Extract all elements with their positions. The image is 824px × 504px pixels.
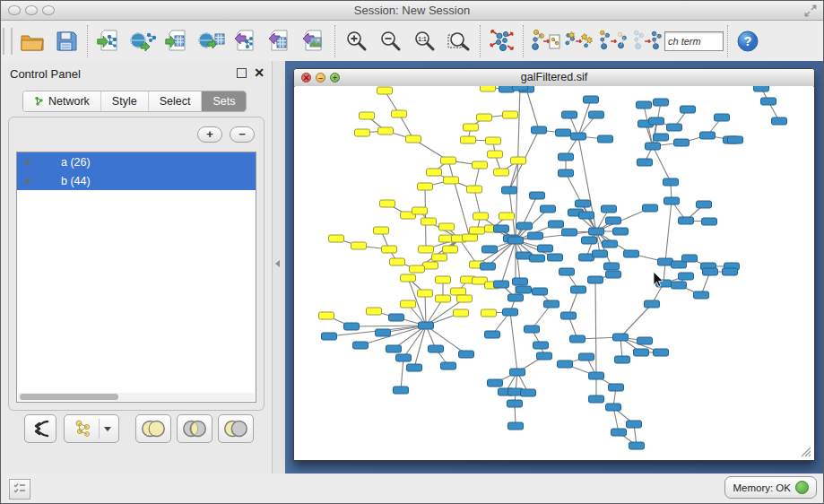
graph-node[interactable] [715,114,730,121]
graph-node[interactable] [516,286,532,293]
graph-node[interactable] [418,290,433,297]
window-titlebar[interactable]: Session: New Session [1,1,823,21]
graph-node[interactable] [473,161,488,169]
graph-node[interactable] [481,309,497,317]
graph-node[interactable] [624,250,639,257]
graph-node[interactable] [638,159,653,166]
close-panel-button[interactable]: ✕ [254,65,265,80]
import-network-web-button[interactable] [126,24,160,58]
graph-node[interactable] [589,372,604,379]
graph-node[interactable] [503,111,518,118]
network-canvas[interactable] [295,86,813,459]
tab-style[interactable]: Style [101,91,149,111]
intersect-sets-button[interactable] [177,414,213,443]
graph-node[interactable] [530,255,545,262]
graph-node[interactable] [654,99,669,106]
graph-node[interactable] [394,387,409,394]
set-row-a[interactable]: a (26) [17,152,256,171]
graph-node[interactable] [664,197,680,204]
tab-select[interactable]: Select [149,91,203,111]
memory-status-button[interactable]: Memory: OK [724,476,817,499]
graph-node[interactable] [637,101,652,109]
graph-node[interactable] [541,205,556,213]
network-graph[interactable] [295,86,813,459]
graph-node[interactable] [674,139,690,146]
graph-node[interactable] [319,312,334,319]
graph-node[interactable] [481,263,496,270]
graph-node[interactable] [494,225,509,232]
graph-node[interactable] [679,273,694,280]
graph-node[interactable] [609,384,624,391]
graph-node[interactable] [658,258,673,265]
graph-node[interactable] [584,96,599,103]
graph-node[interactable] [459,351,474,358]
graph-node[interactable] [559,153,574,161]
graph-node[interactable] [558,361,573,368]
graph-node[interactable] [494,281,509,288]
graph-node[interactable] [485,331,500,338]
graph-node[interactable] [511,157,526,164]
graph-node[interactable] [380,200,395,207]
graph-node[interactable] [521,389,536,396]
graph-node[interactable] [390,258,405,265]
toolbar-drag-handle[interactable] [3,28,13,55]
scrollbar-thumb[interactable] [20,394,118,400]
new-network-from-selection-button[interactable] [528,24,562,58]
graph-node[interactable] [508,294,524,301]
graph-node[interactable] [508,422,524,430]
graph-node[interactable] [382,246,397,253]
import-table-file-button[interactable] [160,24,195,58]
graph-node[interactable] [589,395,604,403]
horizontal-scrollbar[interactable] [18,393,255,401]
graph-node[interactable] [571,133,586,140]
graph-node[interactable] [754,86,769,91]
graph-node[interactable] [579,353,594,361]
graph-node[interactable] [467,186,482,193]
graph-node[interactable] [377,87,393,94]
import-table-web-button[interactable] [195,24,229,58]
graph-node[interactable] [516,252,532,259]
open-file-button[interactable] [15,24,49,58]
graph-node[interactable] [464,124,479,131]
graph-node[interactable] [549,221,564,228]
select-first-neighbors-button[interactable] [562,24,596,58]
zoom-actual-button[interactable]: 1:1 [408,24,442,58]
graph-node[interactable] [645,300,660,308]
graph-node[interactable] [353,342,369,349]
graph-node[interactable] [463,234,478,241]
resize-grip[interactable] [801,447,811,457]
collapse-arrow-icon[interactable] [275,260,280,267]
graph-node[interactable] [344,323,360,330]
expander-icon[interactable] [26,159,31,166]
graph-node[interactable] [360,112,375,119]
graph-node[interactable] [488,151,503,158]
graph-node[interactable] [604,263,620,270]
fullscreen-icon[interactable] [803,4,818,18]
graph-node[interactable] [638,337,653,344]
graph-node[interactable] [454,309,469,317]
task-history-button[interactable] [9,479,30,500]
zoom-out-button[interactable] [374,24,408,58]
graph-node[interactable] [374,227,389,234]
graph-node[interactable] [473,213,489,220]
graph-node[interactable] [588,276,603,283]
graph-node[interactable] [322,333,337,340]
graph-node[interactable] [582,237,597,244]
graph-node[interactable] [444,177,459,184]
graph-node[interactable] [528,232,543,239]
graph-node[interactable] [697,201,712,208]
graph-node[interactable] [407,364,422,371]
network-view-window[interactable]: ✕ – + galFiltered.sif [293,68,815,461]
save-session-button[interactable] [49,24,83,58]
export-network-button[interactable] [229,24,263,58]
difference-sets-button[interactable] [218,414,254,443]
float-panel-button[interactable] [237,68,247,78]
graph-node[interactable] [694,291,709,299]
graph-node[interactable] [419,322,434,329]
graph-node[interactable] [728,136,743,143]
graph-node[interactable] [513,86,528,91]
graph-node[interactable] [418,183,433,190]
graph-node[interactable] [412,207,428,214]
graph-node[interactable] [427,169,442,176]
graph-node[interactable] [457,295,473,302]
